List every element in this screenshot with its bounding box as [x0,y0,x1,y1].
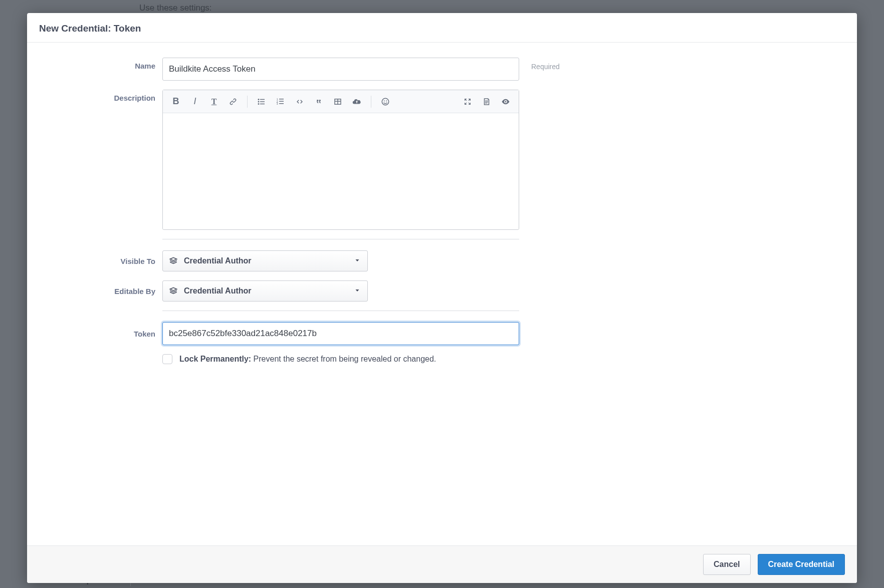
numbered-list-button[interactable]: 123 [273,94,289,110]
toolbar-separator [371,96,371,108]
editable-by-select[interactable]: Credential Author [162,280,368,302]
modal-body: Name Required Description B I T [27,43,857,545]
svg-point-14 [386,100,387,101]
section-divider [162,239,519,239]
preview-button[interactable] [498,94,514,110]
bold-button[interactable]: B [168,94,184,110]
monospace-button[interactable]: T [206,94,222,110]
svg-rect-5 [260,103,265,104]
token-label: Token [39,330,162,338]
lock-permanently-desc-text: Prevent the secret from being revealed o… [254,355,436,363]
create-credential-button[interactable]: Create Credential [758,554,845,575]
lock-permanently-row: Lock Permanently: Prevent the secret fro… [162,354,519,364]
svg-point-0 [258,99,260,100]
policy-icon [169,256,178,265]
editor-toolbar: B I T 123 [163,90,519,113]
description-label: Description [39,90,162,102]
background-hint-top: Use these settings: [139,3,212,13]
lock-permanently-label: Lock Permanently: [179,355,251,363]
help-button[interactable] [479,94,495,110]
svg-rect-1 [260,99,265,100]
toolbar-separator [247,96,248,108]
svg-rect-9 [279,101,284,102]
name-required-text: Required [519,58,560,71]
modal-title: New Credential: Token [39,23,845,34]
svg-rect-3 [260,101,265,102]
cancel-button[interactable]: Cancel [703,554,750,575]
editable-by-label: Editable By [39,287,162,296]
editable-by-value: Credential Author [184,286,252,296]
svg-rect-7 [279,99,284,100]
emoji-button[interactable] [377,94,393,110]
visible-to-label: Visible To [39,257,162,265]
modal-header: New Credential: Token [27,13,857,43]
code-block-button[interactable] [292,94,308,110]
upload-button[interactable] [349,94,365,110]
svg-point-4 [258,103,260,105]
modal-footer: Cancel Create Credential [27,545,857,583]
token-input[interactable] [162,322,519,345]
quote-button[interactable] [311,94,327,110]
svg-rect-11 [279,103,284,104]
visible-to-select[interactable]: Credential Author [162,250,368,271]
svg-text:3: 3 [277,102,278,105]
svg-point-2 [258,101,260,102]
description-textarea[interactable] [163,113,519,229]
name-label: Name [39,58,162,70]
link-button[interactable] [225,94,241,110]
name-input[interactable] [162,58,519,81]
italic-button[interactable]: I [187,94,203,110]
modal-backdrop: Use these settings: Depends On Type anot… [0,0,884,588]
chevron-down-icon [354,256,360,265]
chevron-down-icon [354,286,360,296]
section-divider [162,311,519,311]
lock-permanently-checkbox[interactable] [162,354,172,364]
table-button[interactable] [330,94,346,110]
fullscreen-button[interactable] [460,94,476,110]
svg-point-12 [382,98,389,105]
policy-icon [169,286,178,296]
description-editor: B I T 123 [162,90,519,230]
bullet-list-button[interactable] [254,94,270,110]
svg-point-13 [384,100,385,101]
visible-to-value: Credential Author [184,256,252,265]
new-credential-modal: New Credential: Token Name Required Desc… [27,13,857,583]
